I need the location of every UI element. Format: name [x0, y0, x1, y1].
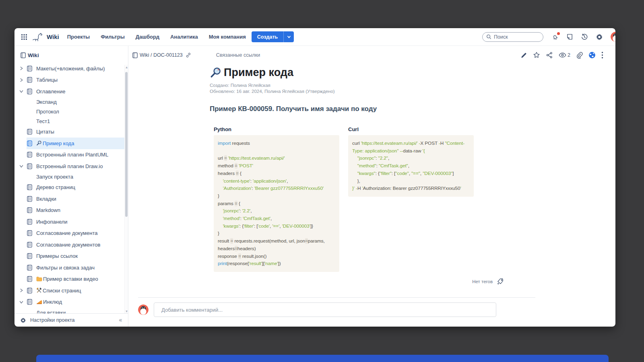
document-meta: Создано: Полина Яглейская Обновлено: 16 … [210, 82, 535, 94]
settings-gear-icon[interactable] [596, 33, 603, 41]
sidebar-item[interactable]: Встроенный плагин PlantUML [14, 149, 128, 161]
sidebar-item-label: Встроенный плагин Draw.io [36, 163, 103, 169]
wedge-icon [36, 300, 42, 304]
sidebar-item[interactable]: Инфопанели [14, 216, 128, 228]
chevron-right-icon[interactable] [19, 288, 27, 292]
user-avatar[interactable] [611, 32, 615, 42]
scroll-down-icon[interactable]: ▼ [125, 310, 128, 313]
sidebar-item[interactable]: Согласование документов [14, 239, 128, 251]
document-icon [27, 288, 36, 294]
sidebar-item[interactable]: Макеты(+вложения, файлы) [14, 63, 128, 74]
sidebar-item-label: Протокол [36, 109, 59, 115]
wiki-book-icon [20, 52, 26, 58]
attachment-paperclip-icon[interactable] [576, 52, 583, 59]
sidebar-item[interactable]: Инклюд [14, 296, 128, 308]
meta-updated: Обновлено: 16 авг. 2024, Полина Яглейска… [210, 88, 535, 95]
views-counter[interactable]: 2 [559, 52, 570, 58]
document-icon [27, 253, 36, 259]
document-icon [27, 299, 36, 305]
document-icon [27, 184, 36, 190]
sidebar-item[interactable]: Списки страниц [14, 285, 128, 296]
sidebar-item-label: Экспанд [36, 99, 57, 105]
document: Пример кода Создано: Полина Яглейская Об… [210, 62, 535, 285]
breadcrumb-text[interactable]: Wiki / DOC-001123 [140, 52, 183, 58]
project-settings-gear-icon[interactable] [20, 317, 26, 323]
comment-input[interactable] [154, 302, 496, 317]
sidebar-item[interactable]: Оглавление [14, 86, 128, 97]
notification-dot [557, 32, 560, 35]
page-tree: Макеты(+вложения, файлы)ТаблицыОглавлени… [14, 62, 128, 313]
sidebar-item[interactable]: Пример кода [27, 138, 128, 149]
sidebar-item[interactable]: Дерево страниц [14, 182, 128, 193]
document-topbar: Wiki / DOC-001123 Связанные ссылки 2 [128, 46, 615, 62]
scrollbar-thumb[interactable] [125, 72, 128, 217]
project-settings-label[interactable]: Настройки проекта [30, 317, 75, 323]
folder-icon [36, 276, 42, 282]
sidebar-item-label: Оглавление [36, 88, 65, 95]
nav-item[interactable]: Фильтры [101, 34, 125, 40]
chevron-down-icon[interactable] [19, 89, 27, 93]
nav-item[interactable]: Моя компания [209, 34, 246, 40]
chevron-right-icon[interactable] [19, 78, 27, 82]
sidebar-item[interactable]: Запуск проекта [14, 172, 128, 182]
add-tag-icon[interactable] [496, 278, 504, 285]
brand-title[interactable]: Wiki [47, 33, 59, 40]
more-actions-kebab-icon[interactable] [601, 51, 603, 59]
sidebar-item-label: Встроенный плагин PlantUML [36, 152, 108, 158]
nav-item[interactable]: Дашборд [136, 34, 159, 40]
sidebar-item[interactable]: Примеры ссылок [14, 251, 128, 262]
sidebar-item[interactable]: Встроенный плагин Draw.io [14, 160, 128, 172]
sidebar-item[interactable]: Для вставки [14, 308, 128, 313]
document-icon [27, 276, 36, 282]
chevron-down-icon[interactable] [19, 300, 27, 304]
sidebar-item[interactable]: Тест1 [14, 117, 128, 126]
code-block[interactable]: curl 'https://test.evateam.ru/api/' -X P… [348, 135, 474, 197]
code-column-label: Curl [348, 126, 474, 132]
document-toolbar: 2 [520, 51, 603, 59]
sidebar-item[interactable]: Фильтры и связка задач [14, 262, 128, 274]
breadcrumb[interactable]: Wiki / DOC-001123 [132, 52, 191, 58]
scroll-up-icon[interactable]: ▲ [125, 66, 128, 68]
document-icon [27, 77, 36, 83]
document-heading: Пример КВ-000059. Получить имя задачи по… [210, 105, 535, 113]
collapse-sidebar-button[interactable]: « [119, 317, 122, 324]
sidebar-item[interactable]: Согласование документа [14, 228, 128, 239]
sidebar-item[interactable]: Markdown [14, 205, 128, 216]
sidebar-item-label: Вкладки [36, 196, 56, 202]
create-button[interactable]: Создать [252, 31, 294, 42]
create-dropdown-chevron-icon[interactable] [283, 31, 294, 42]
navbar-icons [551, 32, 615, 42]
code-column: Pythonimport requests url = 'https://tes… [214, 126, 339, 272]
chevron-right-icon[interactable] [19, 66, 27, 70]
comment-avatar [138, 304, 149, 315]
sidebar-item[interactable]: Таблицы [14, 74, 128, 86]
create-button-label[interactable]: Создать [252, 31, 283, 42]
sidebar-item[interactable]: Протокол [14, 107, 128, 117]
sidebar-item[interactable]: Экспанд [14, 97, 128, 107]
sidebar-scrollbar[interactable]: ▲ ▼ [124, 65, 128, 313]
nav-item[interactable]: Проекты [67, 34, 90, 40]
apps-grid-icon[interactable] [20, 33, 28, 41]
sidebar-item[interactable]: Пример вставки видео [14, 274, 128, 285]
history-icon[interactable] [581, 33, 588, 41]
code-block[interactable]: import requests url = 'https://test.evat… [214, 135, 339, 272]
doc-book-icon [132, 52, 138, 58]
share-icon[interactable] [546, 51, 553, 59]
notifications-bell-icon[interactable] [551, 33, 559, 41]
public-globe-icon[interactable] [588, 51, 596, 59]
edit-pencil-icon[interactable] [520, 52, 527, 59]
related-links-tab[interactable]: Связанные ссылки [216, 52, 260, 58]
nav-item[interactable]: Аналитика [170, 34, 198, 40]
favorite-star-icon[interactable] [533, 51, 540, 59]
magnifier-emoji-icon [210, 67, 222, 79]
sidebar-item[interactable]: Цитаты [14, 126, 128, 138]
meta-created: Создано: Полина Яглейская [210, 82, 535, 88]
search-input[interactable] [494, 34, 539, 40]
copy-link-icon[interactable] [186, 52, 191, 58]
sidebar-item[interactable]: Вкладки [14, 193, 128, 205]
document-icon [27, 265, 36, 271]
search-box[interactable] [482, 32, 543, 42]
document-icon [27, 219, 36, 225]
notes-icon[interactable] [566, 33, 573, 40]
chevron-down-icon[interactable] [19, 164, 27, 168]
